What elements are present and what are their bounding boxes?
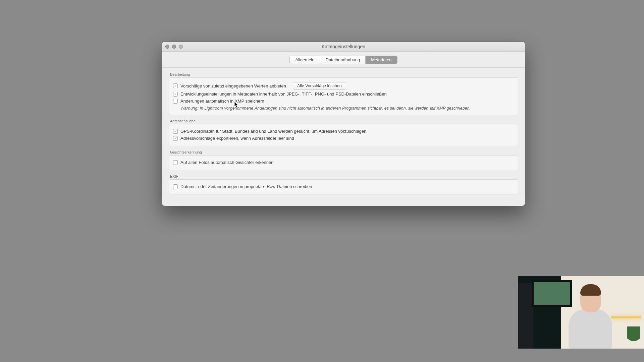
presenter-camera	[518, 276, 644, 349]
label-export-address: Adressvorschläge exportieren, wenn Adres…	[180, 136, 294, 141]
clear-suggestions-button[interactable]: Alle Vorschläge löschen	[293, 82, 346, 89]
label-dev-settings: Entwicklungseinstellungen in Metadaten i…	[180, 92, 387, 97]
tab-general[interactable]: Allgemein	[290, 56, 320, 64]
checkbox-dev-settings[interactable]	[173, 92, 178, 97]
checkbox-face-detect[interactable]	[173, 160, 178, 165]
window-controls	[165, 45, 183, 49]
checkbox-suggestions[interactable]	[173, 83, 178, 88]
checkbox-gps-lookup[interactable]	[173, 129, 178, 134]
tab-file-handling[interactable]: Dateihandhabung	[320, 56, 366, 64]
section-title-face: Gesichtserkennung	[170, 150, 517, 154]
tab-bar: Allgemein Dateihandhabung Metadaten	[162, 52, 525, 68]
window-title: Katalogeinstellungen	[322, 44, 365, 49]
titlebar: Katalogeinstellungen	[162, 42, 525, 52]
section-face: Auf allen Fotos automatisch Gesichter er…	[169, 155, 518, 170]
section-editing: Vorschläge von zuletzt eingegebenen Wert…	[169, 77, 518, 115]
zoom-icon[interactable]	[179, 45, 183, 49]
content-area: Bearbeitung Vorschläge von zuletzt einge…	[162, 68, 525, 206]
checkbox-export-address[interactable]	[173, 136, 178, 141]
catalog-settings-window: Katalogeinstellungen Allgemein Dateihand…	[162, 42, 525, 206]
label-suggestions: Vorschläge von zuletzt eingegebenen Wert…	[180, 83, 286, 88]
tab-metadata[interactable]: Metadaten	[366, 56, 397, 64]
label-gps-lookup: GPS-Koordinaten für Stadt, Bundesland un…	[180, 129, 368, 134]
label-xmp-auto: Änderungen automatisch in XMP speichern	[180, 99, 264, 104]
label-exif-date: Datums- oder Zeitänderungen in proprietä…	[180, 184, 312, 189]
xmp-warning-text: Warnung: In Lightroom vorgenommene Änder…	[173, 105, 514, 111]
minimize-icon[interactable]	[172, 45, 176, 49]
section-title-editing: Bearbeitung	[170, 72, 517, 76]
section-title-address: Adressensuche	[170, 119, 517, 123]
section-exif: Datums- oder Zeitänderungen in proprietä…	[169, 179, 518, 194]
checkbox-xmp-auto[interactable]	[173, 99, 178, 104]
label-face-detect: Auf allen Fotos automatisch Gesichter er…	[180, 160, 273, 165]
close-icon[interactable]	[165, 45, 169, 49]
section-address: GPS-Koordinaten für Stadt, Bundesland un…	[169, 124, 518, 146]
section-title-exif: EXIF	[170, 174, 517, 178]
checkbox-exif-date[interactable]	[173, 184, 178, 189]
